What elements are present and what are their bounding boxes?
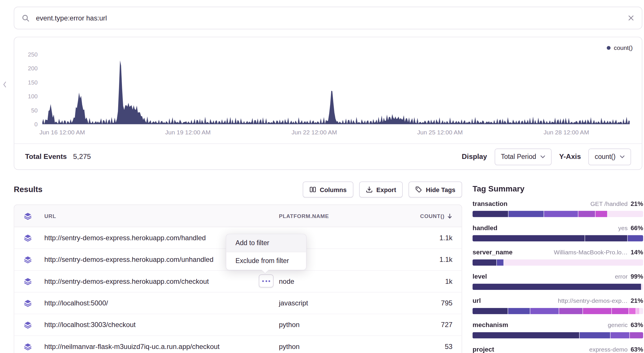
- stack-icon[interactable]: [14, 321, 41, 329]
- chart-legend[interactable]: count(): [607, 44, 633, 51]
- ellipsis-icon: [262, 280, 264, 282]
- stack-icon[interactable]: [14, 234, 41, 242]
- tag-bar-segment[interactable]: [580, 332, 610, 339]
- tag-top-value: GET /handled: [590, 200, 628, 208]
- x-axis-labels: Jun 16 12:00 AMJun 19 12:00 AMJun 22 12:…: [42, 129, 630, 137]
- drawer-collapse-handle[interactable]: [2, 81, 7, 90]
- close-icon: [628, 15, 634, 21]
- tag-distribution-bar[interactable]: [472, 308, 643, 314]
- tag-bar-segment[interactable]: [583, 308, 611, 314]
- row-actions-button[interactable]: [259, 275, 274, 288]
- column-header-count[interactable]: COUNT(): [413, 213, 462, 219]
- column-header-url[interactable]: URL: [41, 213, 279, 219]
- tag-bar-segment[interactable]: [472, 235, 585, 241]
- tag-top-value: express-demo: [589, 345, 628, 353]
- tag-bar-segment[interactable]: [472, 259, 496, 266]
- tag-distribution-bar[interactable]: [472, 235, 643, 241]
- tag-bar-segment[interactable]: [608, 211, 643, 217]
- tag-summary-list: transactionGET /handled21%handledyes66%s…: [472, 200, 643, 353]
- x-axis-tick: Jun 16 12:00 AM: [39, 129, 85, 136]
- stack-icon[interactable]: [14, 299, 41, 307]
- tag-distribution-bar[interactable]: [472, 211, 643, 217]
- tag-bar-segment[interactable]: [578, 211, 595, 217]
- tag-bar-segment[interactable]: [596, 211, 607, 217]
- events-area-chart[interactable]: [42, 55, 630, 125]
- count-cell: 1.1k: [413, 234, 462, 242]
- export-button[interactable]: Export: [359, 182, 403, 198]
- tag-top-value: yes: [618, 224, 628, 232]
- yaxis-label: Y-Axis: [559, 153, 581, 161]
- tag-bar-segment[interactable]: [497, 259, 504, 266]
- menu-item-exclude-from-filter[interactable]: Exclude from filter: [226, 252, 306, 270]
- layers-icon: [24, 256, 32, 264]
- tag-bar-segment[interactable]: [628, 235, 643, 241]
- platform-cell[interactable]: javascript: [279, 299, 413, 307]
- export-button-label: Export: [376, 186, 396, 193]
- tag-summary-title: Tag Summary: [472, 185, 643, 194]
- columns-button[interactable]: Columns: [303, 182, 353, 198]
- tag-distribution-bar[interactable]: [472, 259, 643, 266]
- tag-bar-segment[interactable]: [585, 235, 627, 241]
- column-header-platform[interactable]: PLATFORM.NAME: [279, 213, 413, 219]
- x-axis-tick: Jun 22 12:00 AM: [291, 129, 337, 136]
- total-events-label: Total Events: [25, 153, 67, 161]
- search-bar[interactable]: [14, 7, 642, 29]
- count-cell: 53: [413, 343, 462, 351]
- platform-cell[interactable]: python: [279, 321, 413, 329]
- platform-cell[interactable]: node: [279, 277, 413, 286]
- table-row[interactable]: http://sentry-demos-express.herokuapp.co…: [14, 271, 462, 292]
- tag-bar-segment[interactable]: [472, 284, 641, 290]
- tag-bar-segment[interactable]: [530, 308, 559, 314]
- tag-distribution-bar[interactable]: [472, 284, 643, 290]
- tag-name: level: [472, 272, 487, 281]
- tag-name: mechanism: [472, 321, 508, 329]
- yaxis-dropdown[interactable]: count(): [588, 148, 631, 165]
- tag-top-value: Williams-MacBook-Pro.lo…: [554, 248, 628, 256]
- chevron-down-icon: [540, 155, 545, 158]
- table-row[interactable]: http://localhost:3003/checkoutpython727: [14, 314, 462, 336]
- stack-icon[interactable]: [14, 256, 41, 264]
- search-icon: [22, 14, 30, 22]
- table-header-row: URL PLATFORM.NAME COUNT(): [14, 205, 462, 227]
- url-cell[interactable]: http://neilmanvar-flask-m3uuizd7iq-uc.a.…: [41, 343, 279, 351]
- tag-bar-segment[interactable]: [472, 308, 508, 314]
- menu-item-add-to-filter[interactable]: Add to filter: [226, 234, 306, 252]
- tag-bar-segment[interactable]: [629, 308, 636, 314]
- layers-icon: [24, 277, 32, 286]
- tag-bar-segment[interactable]: [508, 308, 530, 314]
- url-cell[interactable]: http://localhost:3003/checkout: [41, 321, 279, 329]
- tag-bar-segment[interactable]: [559, 308, 582, 314]
- tag-bar-segment[interactable]: [611, 332, 629, 339]
- tag-bar-segment[interactable]: [640, 308, 643, 314]
- url-cell[interactable]: http://localhost:5000/: [41, 299, 279, 307]
- table-row[interactable]: http://localhost:5000/javascript795: [14, 292, 462, 314]
- tag-bar-segment[interactable]: [636, 308, 639, 314]
- tag-bar-segment[interactable]: [630, 332, 643, 339]
- tag-bar-segment[interactable]: [612, 308, 628, 314]
- clear-search-button[interactable]: [628, 15, 634, 21]
- tag-name: server_name: [472, 248, 513, 256]
- stack-icon[interactable]: [14, 212, 41, 220]
- table-row[interactable]: http://neilmanvar-flask-m3uuizd7iq-uc.a.…: [14, 336, 462, 353]
- tag-bar-segment[interactable]: [544, 211, 578, 217]
- stack-icon[interactable]: [14, 343, 41, 351]
- tag-bar-segment[interactable]: [472, 211, 508, 217]
- tag-percent: 21%: [630, 296, 643, 305]
- stack-icon[interactable]: [14, 277, 41, 286]
- tag-distribution-bar[interactable]: [472, 332, 643, 339]
- events-chart-panel: count() 050100150200250 Jun 16 12:00 AMJ…: [14, 37, 642, 170]
- url-cell[interactable]: http://sentry-demos-express.herokuapp.co…: [41, 277, 279, 286]
- tag-summary-item: urlhttp://sentry-demos-exp…21%: [472, 296, 643, 314]
- tag-summary-item: mechanismgeneric63%: [472, 321, 643, 339]
- tag-bar-segment[interactable]: [508, 211, 544, 217]
- platform-cell[interactable]: python: [279, 343, 413, 351]
- chart-area-path: [42, 60, 630, 124]
- tag-bar-segment[interactable]: [504, 259, 643, 266]
- count-cell: 1k: [413, 277, 462, 286]
- hide-tags-button[interactable]: Hide Tags: [409, 182, 462, 198]
- search-input[interactable]: [35, 14, 622, 22]
- tag-bar-segment[interactable]: [641, 284, 643, 290]
- display-dropdown[interactable]: Total Period: [495, 148, 552, 165]
- tag-percent: 63%: [630, 321, 643, 329]
- tag-bar-segment[interactable]: [472, 332, 579, 339]
